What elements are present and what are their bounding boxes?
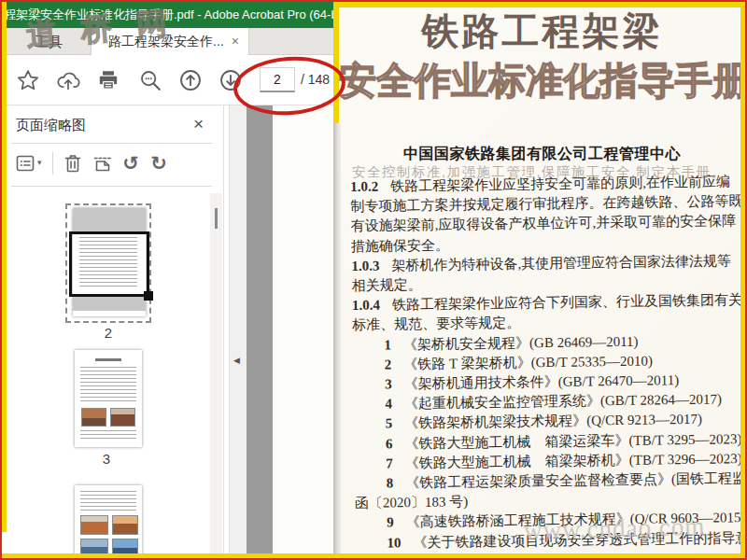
pdf-page-view: 铁路工程架梁 安全作业标准化指导手册 中国国家铁路集团有限公司工程管理中心 安全… bbox=[339, 2, 745, 558]
panel-title: 页面缩略图 bbox=[16, 117, 86, 134]
thumbnail-heading bbox=[95, 358, 121, 361]
thumbnail-text-lines bbox=[80, 430, 136, 441]
delete-page-icon[interactable] bbox=[62, 152, 84, 175]
yellow-frame-bottom bbox=[2, 553, 745, 558]
thumbnail-page-3[interactable] bbox=[75, 350, 142, 447]
divider bbox=[52, 152, 53, 175]
previous-page-icon[interactable] bbox=[178, 68, 203, 92]
thumbnail-photo bbox=[110, 408, 135, 427]
page-edge-shadow bbox=[333, 123, 345, 556]
pdf-org-line: 中国国家铁路集团有限公司工程管理中心 bbox=[339, 145, 745, 164]
panel-scrollbar[interactable] bbox=[210, 193, 222, 556]
document-background bbox=[247, 105, 273, 556]
thumbnail-text-lines bbox=[80, 491, 136, 511]
yellow-divider bbox=[333, 2, 339, 123]
panel-scrollbar-thumb[interactable] bbox=[215, 208, 218, 229]
pdf-title: 铁路工程架梁 bbox=[339, 6, 745, 57]
panel-close-icon[interactable]: × bbox=[193, 114, 204, 134]
pdf-body-text: 1.0.2铁路工程架梁作业应坚持安全可靠的原则,在作业前应编 制专项施工方案并按… bbox=[350, 172, 745, 558]
thumbnail-photo bbox=[81, 408, 106, 427]
thumbnail-photo bbox=[80, 515, 108, 535]
panel-splitter[interactable]: ◀ bbox=[229, 105, 247, 556]
chevron-down-icon[interactable]: ▾ bbox=[37, 158, 42, 167]
yellow-frame-right bbox=[740, 2, 745, 558]
options-menu-icon[interactable] bbox=[14, 152, 36, 175]
rotate-left-icon[interactable]: ↺ bbox=[120, 152, 142, 175]
divider bbox=[11, 143, 212, 144]
collapse-panel-icon[interactable]: ◀ bbox=[233, 356, 240, 365]
yellow-frame-top bbox=[333, 2, 745, 7]
thumbnail-scan-band bbox=[73, 208, 146, 231]
tab-close-icon[interactable]: × bbox=[232, 28, 239, 55]
pdf-subtitle: 安全作业标准化指导手册 bbox=[339, 55, 745, 106]
thumbnail-text-lines bbox=[80, 367, 136, 404]
yellow-frame-left bbox=[2, 2, 7, 532]
viewport-resize-handle[interactable] bbox=[144, 291, 153, 301]
thumbnails-panel: 页面缩略图 × ▾ ↺ ↻ bbox=[2, 105, 224, 556]
pdf-page-margin bbox=[273, 105, 335, 556]
favorite-star-icon[interactable] bbox=[16, 68, 40, 92]
search-icon[interactable] bbox=[138, 68, 162, 92]
thumbnail-label-2: 2 bbox=[65, 325, 151, 341]
print-icon[interactable] bbox=[96, 68, 120, 92]
share-cloud-icon[interactable] bbox=[56, 68, 80, 92]
thumbnail-viewport-box[interactable] bbox=[69, 231, 149, 297]
acrobat-window: 铁路工程架梁 安全作业标准化指导手册 中国国家铁路集团有限公司工程管理中心 安全… bbox=[0, 0, 747, 560]
thumbnail-photo bbox=[112, 515, 138, 535]
divider bbox=[11, 186, 212, 187]
page-watermark: www.cndao.com bbox=[524, 511, 706, 545]
extract-page-icon[interactable] bbox=[92, 152, 114, 175]
thumbnail-label-3: 3 bbox=[63, 451, 149, 467]
rotate-right-icon[interactable]: ↻ bbox=[148, 152, 170, 175]
thumbnail-page-4[interactable] bbox=[75, 485, 142, 556]
